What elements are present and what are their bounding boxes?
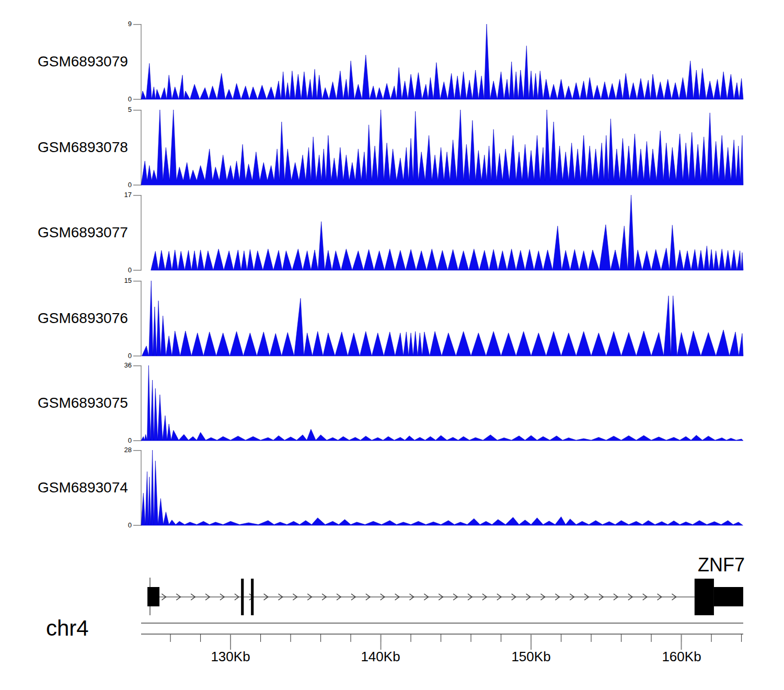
gene-exon-box <box>147 587 159 606</box>
ymax-label-track-1: 9 <box>89 20 132 28</box>
ymin-label-track-1: 0 <box>89 96 132 103</box>
chromosome-label: chr4 <box>46 617 89 640</box>
genome-browser-figure: GSM6893079 GSM6893078 GSM6893077 GSM6893… <box>0 0 784 690</box>
ruler-label-150kb: 150Kb <box>500 649 562 664</box>
gene-exon-box <box>251 579 253 615</box>
coverage-polygon <box>141 450 743 525</box>
ymin-label-track-5: 0 <box>89 437 132 444</box>
gene-exon-box <box>695 579 714 615</box>
coverage-polygon <box>141 365 743 441</box>
ymax-label-track-2: 5 <box>89 106 132 113</box>
track-label-gsm6893075: GSM6893075 <box>38 396 137 410</box>
track-label-gsm6893074: GSM6893074 <box>38 480 137 495</box>
gene-exon-box <box>714 587 743 606</box>
ruler-label-160kb: 160Kb <box>650 649 713 664</box>
ymin-label-track-3: 0 <box>89 267 132 274</box>
ruler-label-140kb: 140Kb <box>349 649 412 664</box>
coverage-polygon <box>151 195 743 270</box>
track-label-gsm6893076: GSM6893076 <box>38 311 137 326</box>
coverage-polygon <box>141 24 743 99</box>
ymin-label-track-6: 0 <box>89 522 132 529</box>
ymax-label-track-6: 28 <box>89 446 132 454</box>
ymax-label-track-5: 36 <box>89 362 132 369</box>
track-label-gsm6893077: GSM6893077 <box>38 225 137 240</box>
ymin-label-track-4: 0 <box>89 352 132 360</box>
gene-name-label: ZNF7 <box>669 555 745 575</box>
ymin-label-track-2: 0 <box>89 181 132 189</box>
coverage-polygon <box>142 281 743 356</box>
ymax-label-track-4: 15 <box>89 277 132 284</box>
track-label-gsm6893078: GSM6893078 <box>38 140 137 155</box>
track-label-gsm6893079: GSM6893079 <box>38 54 137 69</box>
ymax-label-track-3: 17 <box>89 191 132 199</box>
ruler-label-130kb: 130Kb <box>199 649 262 664</box>
coverage-polygon <box>141 110 743 185</box>
gene-exon-box <box>241 579 244 615</box>
